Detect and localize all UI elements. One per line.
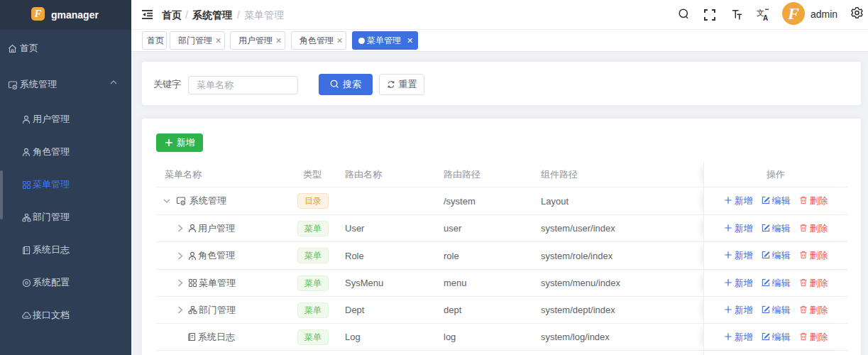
svg-text:A: A bbox=[763, 14, 768, 21]
